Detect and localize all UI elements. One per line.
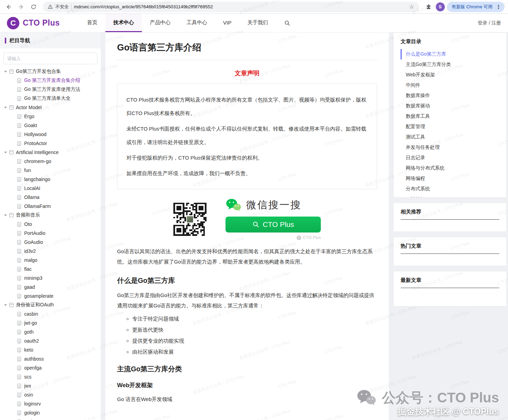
tree-item[interactable]: goth xyxy=(0,327,101,336)
tree-item[interactable]: openfga xyxy=(0,363,101,372)
chrome-update-button[interactable]: 有新版 Chrome 可用 ⋮ xyxy=(447,2,505,12)
tree-group-row[interactable]: Artificial Intelligence xyxy=(0,148,101,157)
toc-item[interactable]: 并发与任务处理 xyxy=(401,142,499,153)
tree-item[interactable]: Go 第三方开发库合集介绍 xyxy=(0,76,101,85)
toc-item[interactable]: 数据库工具 xyxy=(401,111,499,122)
tree-item[interactable]: Go 第三方库清单大全 xyxy=(0,94,101,103)
tree-group-row[interactable]: Actor Model xyxy=(0,103,101,112)
qr-code xyxy=(173,203,207,236)
tree-item[interactable]: jwt-go xyxy=(0,318,101,327)
tree-item[interactable]: Ergo xyxy=(0,112,101,121)
tree-item[interactable]: gorbac xyxy=(0,417,101,420)
tree-item-label: oauth2 xyxy=(24,338,39,344)
browser-menu-icon[interactable]: ⋮ xyxy=(496,4,501,10)
toc-item[interactable]: 网络编程 xyxy=(401,173,499,184)
document-icon xyxy=(17,249,21,254)
extensions-icon[interactable] xyxy=(423,2,434,12)
forward-button[interactable] xyxy=(16,2,26,12)
toc-item[interactable]: 网络与分布式系统 xyxy=(401,163,499,173)
tree-item[interactable]: chromem-go xyxy=(0,157,101,166)
feature-list: 专注于特定问题领域更新迭代更快提供更专业的功能实现由社区驱动和发展 xyxy=(117,316,377,355)
toc-item[interactable]: 日志记录 xyxy=(401,153,499,163)
tree-item[interactable]: gaad xyxy=(0,283,101,292)
tree-item[interactable]: Hollywood xyxy=(0,130,101,139)
tree-item[interactable]: gologin xyxy=(0,408,101,417)
nav-item-home[interactable]: 首页 xyxy=(79,14,105,32)
toc-item[interactable]: 什么是Go第三方库 xyxy=(401,49,499,59)
tree-item[interactable]: malgo xyxy=(0,256,101,265)
tree-item[interactable]: loginsrv xyxy=(0,399,101,408)
chevron-down-icon xyxy=(4,214,7,216)
toc-item[interactable]: 云计算与DevOps xyxy=(401,194,499,198)
tree-item[interactable]: gosamplerate xyxy=(0,292,101,300)
sidebar-search-input[interactable] xyxy=(3,52,97,64)
tree-item[interactable]: osin xyxy=(0,390,101,399)
document-icon xyxy=(17,159,21,164)
package-icon xyxy=(9,105,13,109)
tree-item[interactable]: langchaingo xyxy=(0,175,101,184)
tree-item[interactable]: flac xyxy=(0,265,101,274)
nav-search-icon[interactable] xyxy=(284,20,290,26)
brand-name: CTO Plus xyxy=(23,18,60,28)
toc-item[interactable]: 测试工具 xyxy=(401,132,499,142)
tree-group-row[interactable]: 身份验证和OAuth xyxy=(0,300,101,309)
tree-item[interactable]: Goakt xyxy=(0,121,101,130)
tree-item[interactable]: casbin xyxy=(0,309,101,318)
nav-item-tech-center[interactable]: 技术中心 xyxy=(105,14,142,32)
profile-avatar[interactable]: S xyxy=(436,2,445,11)
toc-item[interactable]: 中间件 xyxy=(401,80,499,90)
toc-item[interactable]: 主流Go第三方库分类 xyxy=(401,59,499,70)
tree-item[interactable]: id3v2 xyxy=(0,247,101,256)
tree-item[interactable]: Oto xyxy=(0,220,101,229)
article-title: Go语言第三方库介绍 xyxy=(117,41,377,54)
latest-box: 最新文章 xyxy=(393,271,507,306)
reload-button[interactable] xyxy=(28,2,39,12)
brand-home-link[interactable]: C CTO Plus xyxy=(7,17,60,29)
document-icon xyxy=(17,285,21,289)
tree-item[interactable]: LocalAI xyxy=(0,184,101,193)
tree-item-label: jwx xyxy=(24,383,31,389)
document-icon xyxy=(17,348,21,352)
toc-item[interactable]: 数据库操作 xyxy=(401,90,499,101)
qr-cell xyxy=(205,234,207,236)
package-icon xyxy=(9,69,13,74)
bookmark-star-icon[interactable]: ☆ xyxy=(409,3,414,10)
toc-item[interactable]: 数据库驱动 xyxy=(401,101,499,111)
toc-item[interactable]: 分布式系统 xyxy=(401,184,499,194)
back-button[interactable] xyxy=(3,2,14,12)
toc-item[interactable]: Web开发框架 xyxy=(401,70,499,80)
section-web-text: Go 语言在Web开发领域 xyxy=(117,394,377,404)
tree-item[interactable]: PortAudio xyxy=(0,229,101,238)
tree-item-label: jwt-go xyxy=(24,320,37,326)
document-icon xyxy=(17,195,21,200)
tree-item[interactable]: keto xyxy=(0,345,101,354)
tree-item[interactable]: scs xyxy=(0,372,101,381)
nav-item-vip[interactable]: VIP xyxy=(215,14,239,32)
address-bar[interactable]: 不安全 mdrsec.com/#/ctoplus_article/957646b… xyxy=(43,2,419,12)
tree-item[interactable]: jwx xyxy=(0,381,101,390)
tree-item[interactable]: authboss xyxy=(0,354,101,363)
nav-item-product-center[interactable]: 产品中心 xyxy=(142,14,179,32)
tree-item[interactable]: fun xyxy=(0,166,101,175)
login-register-links[interactable]: 登录 / 注册 xyxy=(478,20,501,26)
tree-item-label: LocalAI xyxy=(24,185,40,191)
toc-item[interactable]: 配置管理 xyxy=(401,122,499,132)
tree-item[interactable]: OllamaFarm xyxy=(0,202,101,211)
section-what-title: 什么是Go第三方库 xyxy=(117,276,377,285)
nav-item-about[interactable]: 关于我们 xyxy=(239,14,276,32)
tree-item[interactable]: GoAudio xyxy=(0,238,101,247)
tree-item[interactable]: Go 第三方开发库使用方法 xyxy=(0,85,101,94)
tree-item-label: gaad xyxy=(24,284,35,290)
tree-group-row[interactable]: Go第三方开发包合集 xyxy=(0,67,101,76)
tree-item-label: loginsrv xyxy=(24,401,41,407)
tree-item[interactable]: oauth2 xyxy=(0,336,101,345)
nav-item-tools-center[interactable]: 工具中心 xyxy=(179,14,215,32)
register-link[interactable]: 注册 xyxy=(491,20,501,26)
document-icon xyxy=(17,204,21,209)
tree-item[interactable]: ProtoActor xyxy=(0,139,101,148)
tree-item[interactable]: minimp3 xyxy=(0,274,101,283)
tree-item[interactable]: Ollama xyxy=(0,193,101,202)
tree-group-row[interactable]: 音频和音乐 xyxy=(0,211,101,220)
bullet-item: 专注于特定问题领域 xyxy=(132,316,377,322)
login-link[interactable]: 登录 xyxy=(478,20,487,26)
